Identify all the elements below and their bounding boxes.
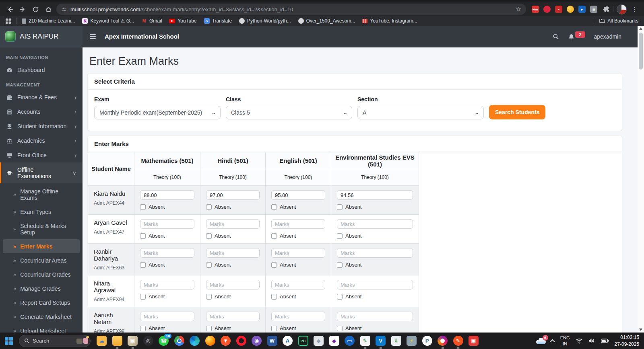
absent-toggle[interactable]: Absent	[206, 204, 260, 210]
absent-toggle[interactable]: Absent	[271, 325, 325, 331]
whatsapp-icon[interactable]: ☎18	[159, 336, 169, 346]
sidebar-item-dashboard[interactable]: Dashboard	[0, 63, 83, 77]
absent-checkbox[interactable]	[271, 262, 277, 268]
absent-toggle[interactable]: Absent	[337, 294, 413, 300]
absent-toggle[interactable]: Absent	[271, 204, 325, 210]
marks-input[interactable]	[337, 248, 413, 258]
new-badge-extension-icon[interactable]: New	[532, 6, 539, 13]
site-info-icon[interactable]	[61, 6, 67, 12]
firefox-icon[interactable]	[205, 336, 215, 346]
red-forward-extension-icon[interactable]: »	[555, 6, 562, 13]
marks-input[interactable]	[140, 219, 194, 229]
absent-toggle[interactable]: Absent	[271, 262, 325, 268]
sidebar-item-finance-fees[interactable]: Finance & Fees‹	[0, 90, 83, 105]
sidebar-item-offline-examinations[interactable]: Offline Examinations∨	[0, 162, 83, 183]
marks-input[interactable]	[271, 248, 325, 258]
profile-avatar[interactable]	[617, 4, 627, 14]
cloud-sync-icon[interactable]: 6	[536, 338, 546, 344]
notes-report-icon[interactable]: ✎	[360, 336, 370, 346]
class-select[interactable]: Class 5 ⌄	[226, 106, 352, 119]
sidebar-item-front-office[interactable]: Front Office‹	[0, 148, 83, 162]
absent-toggle[interactable]: Absent	[140, 233, 194, 239]
absent-checkbox[interactable]	[206, 262, 212, 268]
absent-toggle[interactable]: Absent	[206, 233, 260, 239]
chrome-icon[interactable]	[174, 336, 184, 346]
lock-transfer-icon[interactable]: ⇩	[391, 336, 401, 346]
absent-checkbox[interactable]	[206, 326, 212, 331]
absent-checkbox[interactable]	[206, 294, 212, 300]
marks-input[interactable]	[337, 219, 413, 229]
section-select[interactable]: A ⌄	[357, 106, 484, 119]
tor-browser-icon[interactable]: ◉	[252, 336, 262, 346]
search-icon[interactable]	[553, 33, 559, 40]
browser-profile-icon[interactable]	[438, 336, 448, 346]
absent-checkbox[interactable]	[337, 326, 343, 331]
dark-cube-app-icon[interactable]: ◎	[143, 336, 153, 346]
submenu-item-cocurricular-grades[interactable]: »Cocurricular Grades	[0, 267, 83, 281]
brave-icon[interactable]: ▼	[221, 336, 231, 346]
submenu-item-manage-offline-exams[interactable]: »Manage Offline Exams	[0, 184, 83, 205]
bookmark-over-1500-awesome[interactable]: Over_1500_Awesom...	[298, 18, 355, 24]
absent-toggle[interactable]: Absent	[140, 204, 194, 210]
absent-checkbox[interactable]	[206, 204, 212, 210]
absent-toggle[interactable]: Absent	[206, 325, 260, 331]
sidebar-brand[interactable]: AIS RAIPUR	[0, 26, 83, 47]
absent-toggle[interactable]: Absent	[140, 294, 194, 300]
marks-input[interactable]	[337, 312, 413, 321]
marks-input[interactable]	[140, 280, 194, 289]
marks-input[interactable]	[140, 312, 194, 321]
bookmark-210-machine-learning[interactable]: 210 Machine Learni...	[22, 18, 75, 24]
marks-input[interactable]	[206, 190, 260, 200]
reload-icon[interactable]	[31, 4, 40, 14]
clock[interactable]: 01:03:15 27-09-2025	[615, 334, 639, 347]
submenu-item-cocurricular-areas[interactable]: »Cocurricular Areas	[0, 253, 83, 267]
grey-square-extension-icon[interactable]: ▦	[590, 6, 597, 13]
all-bookmarks-button[interactable]: All Bookmarks	[599, 18, 638, 24]
postgresql-icon[interactable]: P	[422, 336, 432, 346]
marks-input[interactable]	[206, 219, 260, 229]
absent-checkbox[interactable]	[271, 326, 277, 331]
absent-toggle[interactable]: Absent	[271, 294, 325, 300]
edge-icon[interactable]	[190, 336, 200, 346]
scroll-down-arrow-icon[interactable]	[639, 328, 642, 331]
bookmark-youtube-instagram[interactable]: YouTube, Instagram...	[362, 18, 417, 24]
absent-checkbox[interactable]	[271, 204, 277, 210]
word-icon[interactable]: W	[267, 336, 277, 346]
absent-toggle[interactable]: Absent	[140, 262, 194, 268]
marks-input[interactable]	[337, 280, 413, 289]
personal-folder-icon[interactable]: ☁	[97, 336, 107, 346]
bookmark-youtube[interactable]: ▶YouTube	[169, 18, 196, 24]
red-round-extension-icon[interactable]	[543, 6, 551, 13]
back-icon[interactable]	[5, 4, 14, 14]
absent-checkbox[interactable]	[140, 326, 146, 331]
marks-input[interactable]	[271, 280, 325, 289]
device-flash-icon[interactable]: ⚡	[407, 336, 417, 346]
marks-input[interactable]	[140, 190, 194, 200]
opera-icon[interactable]	[236, 336, 246, 346]
bookmark-python-world[interactable]: Python-World/pyth...	[239, 18, 291, 24]
address-bar[interactable]: multischool.projectworlds.com/school/exa…	[56, 4, 526, 15]
absent-checkbox[interactable]	[337, 233, 343, 239]
submenu-item-upload-marksheet[interactable]: »Upload Marksheet	[0, 324, 83, 333]
extensions-puzzle-icon[interactable]	[603, 5, 610, 14]
bookmark-gmail[interactable]: MGmail	[141, 18, 162, 24]
photos-icon[interactable]: ▣	[128, 336, 138, 346]
user-menu[interactable]: apexadmin	[594, 33, 622, 40]
bookmark-star-icon[interactable]: ☆	[516, 6, 521, 13]
language-indicator[interactable]: ENG IN	[560, 335, 570, 347]
sidebar-item-academics[interactable]: Academics‹	[0, 133, 83, 148]
taskbar-search[interactable]: Search	[19, 335, 91, 347]
marks-input[interactable]	[206, 248, 260, 258]
submenu-item-schedule-marks-setup[interactable]: »Schedule & Marks Setup	[0, 219, 83, 239]
windows-start-icon[interactable]	[5, 337, 13, 345]
pycharm-icon[interactable]: PC	[298, 336, 308, 346]
absent-toggle[interactable]: Absent	[206, 294, 260, 300]
battery-icon[interactable]	[601, 339, 609, 343]
sidebar-item-accounts[interactable]: Accounts‹	[0, 105, 83, 119]
exam-select[interactable]: Monthly Periodic exam(September-2025) ⌄	[94, 106, 221, 119]
home-icon[interactable]	[43, 4, 53, 14]
submenu-item-exam-types[interactable]: »Exam Types	[0, 205, 83, 219]
notifications-bell[interactable]: 2	[568, 33, 585, 40]
marks-input[interactable]	[337, 190, 413, 200]
page-scrollbar[interactable]	[638, 26, 644, 333]
